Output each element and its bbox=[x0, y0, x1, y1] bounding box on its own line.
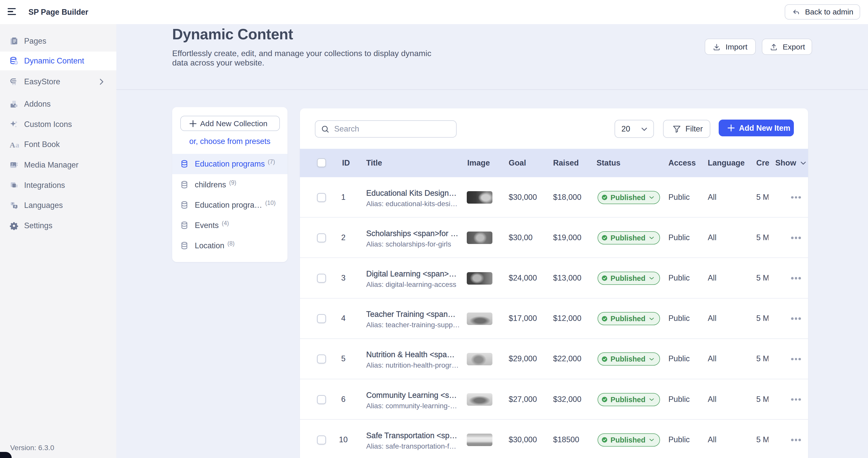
svg-text:A: A bbox=[14, 205, 16, 208]
